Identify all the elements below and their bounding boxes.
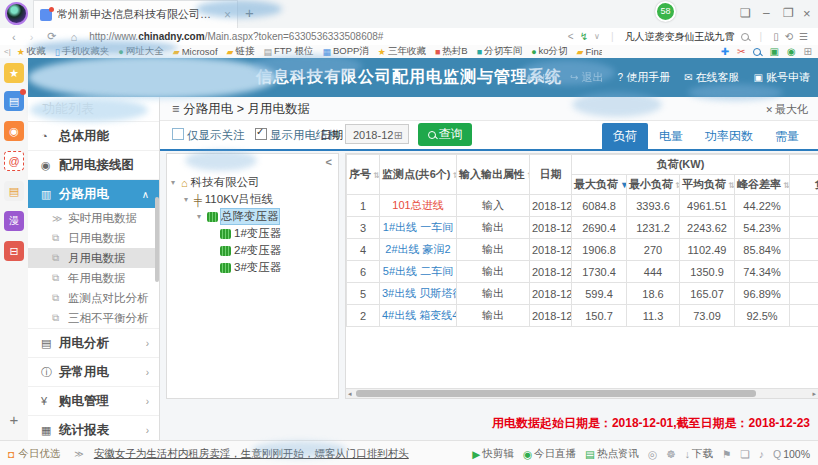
sort-icon[interactable]: ⇅ xyxy=(452,171,456,180)
url-field[interactable]: http://www.chinadny.com/Main.aspx?token=… xyxy=(89,31,383,42)
only-follow-checkbox[interactable]: 仅显示关注 xyxy=(172,128,245,143)
sidebar-item-4[interactable]: ⓘ异常用电› xyxy=(28,357,159,386)
bolt-icon[interactable]: ↯ xyxy=(580,31,588,42)
refresh-icon[interactable]: ⟳ xyxy=(47,30,56,43)
sidebar-scrollbar[interactable] xyxy=(155,197,159,282)
share-icon[interactable]: < xyxy=(568,31,574,42)
bookmark-item[interactable]: ■分切车间 xyxy=(477,45,522,58)
maximize-panel-button[interactable]: ✕最大化 xyxy=(765,102,808,117)
tree-expander-icon[interactable]: ▾ xyxy=(197,212,207,221)
user-menu[interactable]: ♟zhcl xyxy=(525,72,557,84)
wheel-icon[interactable]: ◎ xyxy=(648,448,657,460)
add-panel-icon[interactable]: + xyxy=(4,410,24,430)
notebook-icon[interactable]: ▤ xyxy=(4,181,24,201)
sidebar-subitem[interactable]: ⧉三相不平衡分析 xyxy=(28,308,159,328)
sidebar-item-5[interactable]: ¥购电管理› xyxy=(28,386,159,415)
bookmark-item[interactable]: ▰Finance xyxy=(577,46,602,57)
gamepad-icon[interactable]: ▣ xyxy=(769,46,778,57)
sidebar-item-1[interactable]: ◉配用电接线图 xyxy=(28,150,159,179)
minimize-button[interactable]: – xyxy=(763,6,770,20)
forward-icon[interactable]: › xyxy=(30,31,34,43)
download[interactable]: ↓下载 xyxy=(685,447,713,461)
scissors-icon[interactable]: ✂ xyxy=(737,46,745,57)
today-picks-label[interactable]: 今日优选 xyxy=(18,447,60,461)
menu-icon[interactable]: ☰ xyxy=(799,31,808,42)
favorites-add-icon[interactable]: ✚ xyxy=(721,46,729,57)
extensions-icon[interactable]: ☸ xyxy=(666,448,675,460)
tree-node[interactable]: 1#变压器 xyxy=(167,225,338,242)
tree-expander-icon[interactable]: ▾ xyxy=(171,178,181,187)
at-icon[interactable]: @ xyxy=(4,151,24,171)
tree-node[interactable]: ▾总降变压器 xyxy=(167,208,338,225)
column-header[interactable]: 峰谷差率⇅ xyxy=(735,175,790,195)
hamburger-icon[interactable]: ≡ xyxy=(172,102,179,116)
live-today[interactable]: ◉今日直播 xyxy=(523,447,576,461)
sort-icon[interactable]: ⇅ xyxy=(675,181,680,190)
collapse-bookmarks-icon[interactable]: <| xyxy=(4,47,11,56)
skin-icon[interactable]: ❏ xyxy=(740,6,751,20)
column-header[interactable]: 平均负荷⇅ xyxy=(680,175,735,195)
zoom-level[interactable]: Q100% xyxy=(773,448,810,460)
column-header[interactable]: 日期 xyxy=(530,155,572,195)
shield-icon[interactable]: ◉ xyxy=(787,46,796,57)
quick-clip[interactable]: ▶快剪辑 xyxy=(472,447,514,461)
scroll-right-icon[interactable]: ▸ xyxy=(812,389,816,398)
collapse-tree-icon[interactable]: < xyxy=(326,156,332,168)
manual-link[interactable]: ?使用手册 xyxy=(618,70,671,85)
search-box[interactable]: 凡人逆袭变身仙王战九霄 xyxy=(625,30,735,44)
tree-node[interactable]: 2#变压器 xyxy=(167,242,338,259)
monitor-point-link[interactable]: 3#出线 贝斯塔德3 xyxy=(382,287,457,299)
favorites-star-icon[interactable]: ★ xyxy=(4,63,24,83)
maximize-button[interactable]: ❐ xyxy=(783,6,794,20)
bookmark-item[interactable]: ★收藏 xyxy=(17,45,46,58)
tab-demand[interactable]: 需量 xyxy=(764,123,810,150)
flag-icon[interactable]: ⚑ xyxy=(722,448,731,460)
manga-icon[interactable]: 漫 xyxy=(4,211,24,231)
sidebar-subitem[interactable]: ⧉月用电数据 xyxy=(28,248,159,268)
column-header[interactable]: 最小负荷⇅ xyxy=(627,175,680,195)
game-icon[interactable]: ⊟ xyxy=(4,241,24,261)
bookmark-item[interactable]: ★三年收藏 xyxy=(378,45,426,58)
monitor-point-link[interactable]: 1#出线 一车间 xyxy=(383,221,453,233)
tree-node[interactable]: ▾╪110KV吕恒线 xyxy=(167,191,338,208)
bookmark-item[interactable]: ●网址大全 xyxy=(118,45,163,58)
browser-tab[interactable]: 常州新申达信息科技有限公司配用 × xyxy=(33,0,238,28)
tree-node[interactable]: 3#变压器 xyxy=(167,259,338,276)
undo-icon[interactable]: ⟲ xyxy=(785,31,793,42)
column-header[interactable]: 序号⇅ xyxy=(347,155,380,195)
logout-button[interactable]: ↪退出 xyxy=(570,70,603,85)
notification-badge[interactable]: 58 xyxy=(655,1,676,22)
monitor-point-link[interactable]: 4#出线 箱变线4 xyxy=(382,309,457,321)
news-ticker-link[interactable]: 安徽女子为生活村内租房卖淫，生意刚刚开始，嫖客从门口排到村头 xyxy=(94,447,409,461)
sidebar-item-3[interactable]: ▤用电分析› xyxy=(28,328,159,357)
weibo-icon[interactable]: ◉ xyxy=(4,121,24,141)
bookmark-item[interactable]: ▦BOPP消 xyxy=(322,45,368,58)
support-link[interactable]: ✉在线客服 xyxy=(684,70,739,85)
tab-energy[interactable]: 电量 xyxy=(648,123,694,150)
column-header[interactable]: 监测点(共6个)⇅ xyxy=(380,155,457,195)
new-tab-button[interactable]: + xyxy=(245,4,254,21)
search-tool-icon[interactable] xyxy=(753,48,761,56)
tab-load[interactable]: 负荷 xyxy=(602,123,648,150)
close-button[interactable]: × xyxy=(803,6,811,21)
sidebar-subitem[interactable]: ⧉年用电数据 xyxy=(28,268,159,288)
column-header-cut[interactable]: 负 xyxy=(790,175,818,195)
sort-icon[interactable]: ⇅ xyxy=(728,181,735,190)
bookmark-item[interactable]: ●ko分切 xyxy=(531,45,567,58)
sort-icon[interactable]: ⇅ xyxy=(783,181,790,190)
tree-node[interactable]: ▾⌂科技有限公司 xyxy=(167,174,338,191)
scroll-left-icon[interactable]: ◂ xyxy=(348,389,352,398)
query-button[interactable]: 查询 xyxy=(418,123,472,146)
dropdown-icon[interactable]: ∨ xyxy=(594,32,600,41)
bookmark-item[interactable]: ■热封B xyxy=(435,45,468,58)
hot-news[interactable]: ▤热点资讯 xyxy=(585,447,639,461)
sidebar-subitem[interactable]: ≫实时用电数据 xyxy=(28,208,159,228)
phone-icon[interactable]: ▯ xyxy=(773,31,779,42)
date-input[interactable]: 2018-12⊞ xyxy=(345,124,409,144)
monitor-point-link[interactable]: 5#出线 二车间 xyxy=(383,265,453,277)
bookmark-item[interactable]: ▰链接 xyxy=(227,45,255,58)
tree-expander-icon[interactable]: ▾ xyxy=(184,195,194,204)
bookmark-item[interactable]: ▯手机收藏夹 xyxy=(55,45,109,58)
monitor-point-link[interactable]: 2#出线 豪润2 xyxy=(385,243,450,255)
bookmark-item[interactable]: ▰Microsof xyxy=(173,46,218,57)
